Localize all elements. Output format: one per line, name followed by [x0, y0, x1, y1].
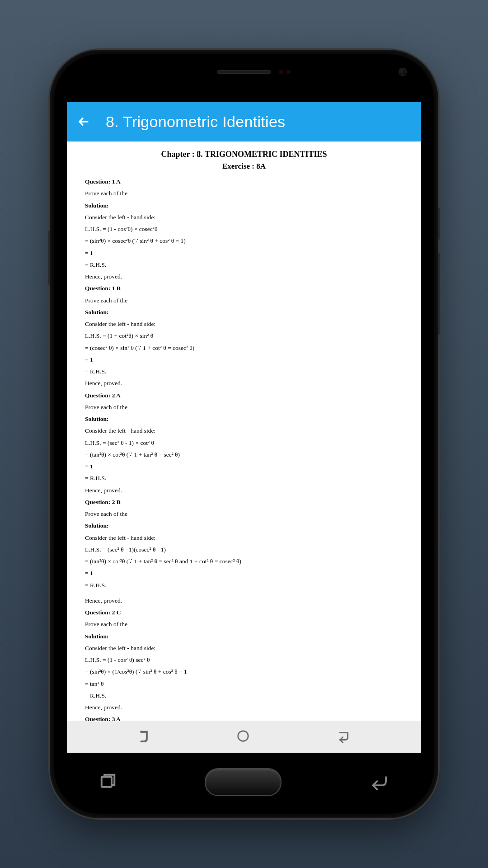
- solution-label: Solution:: [85, 632, 403, 641]
- solution-line: Consider the left - hand side:: [85, 426, 403, 435]
- solution-label: Solution:: [85, 415, 403, 424]
- question-prompt: Prove each of the: [85, 403, 403, 412]
- sensor-dot: [286, 70, 291, 74]
- question-prompt: Prove each of the: [85, 189, 403, 198]
- back-soft-button[interactable]: [336, 729, 351, 745]
- hardware-buttons: [54, 764, 434, 800]
- solution-line: = R.H.S.: [85, 691, 403, 700]
- solution-line: Hence, proved.: [85, 703, 403, 712]
- window-icon: [99, 773, 117, 790]
- hw-back-button[interactable]: [370, 773, 389, 792]
- soft-nav-bar: [67, 721, 421, 753]
- recent-apps-button[interactable]: [137, 729, 150, 745]
- home-button[interactable]: [236, 729, 250, 745]
- question-prompt: Prove each of the: [85, 509, 403, 519]
- hw-home-button[interactable]: [205, 768, 282, 796]
- solution-line: Hence, proved.: [85, 272, 403, 281]
- solution-line: Consider the left - hand side:: [85, 644, 403, 653]
- solution-line: = 1: [85, 462, 403, 471]
- solution-line: = R.H.S.: [85, 367, 403, 376]
- question-label: Question: 2 B: [85, 498, 403, 507]
- phone-inner: 8. Trigonometric Identities Chapter : 8.…: [54, 54, 434, 814]
- front-camera: [399, 68, 407, 76]
- solution-line: Hence, proved.: [85, 379, 403, 388]
- circle-icon: [236, 729, 250, 743]
- solution-line: = (sin²θ) × (1/cos²θ) (∵ sin² θ + cos² θ…: [85, 667, 403, 676]
- recent-icon: [137, 729, 150, 743]
- page-title: 8. Trigonometric Identities: [106, 113, 285, 131]
- solution-line: Hence, proved.: [85, 486, 403, 495]
- question-label: Question: 3 A: [85, 715, 403, 721]
- solution-line: L.H.S. = (1 + cot²θ) × sin² θ: [85, 331, 403, 340]
- side-button: [438, 253, 440, 335]
- phone-speaker: [217, 70, 271, 74]
- question-label: Question: 1 A: [85, 177, 403, 186]
- solution-line: Consider the left - hand side:: [85, 533, 403, 542]
- solution-line: L.H.S. = (1 - cos² θ) sec² θ: [85, 656, 403, 665]
- exercise-title: Exercise : 8A: [85, 162, 403, 171]
- solution-line: = (tan²θ) × cot²θ (∵ 1 + tan² θ = sec² θ…: [85, 450, 403, 459]
- question-prompt: Prove each of the: [85, 296, 403, 305]
- solution-line: = R.H.S.: [85, 581, 403, 590]
- power-button: [438, 208, 440, 240]
- question-label: Question: 2 A: [85, 391, 403, 400]
- back-icon: [336, 729, 351, 743]
- question-label: Question: 1 B: [85, 284, 403, 293]
- solution-line: = (cosec² θ) × sin² θ (∵ 1 + cot² θ = co…: [85, 344, 403, 353]
- solution-label: Solution:: [85, 308, 403, 317]
- solution-line: = 1: [85, 355, 403, 364]
- solution-line: L.H.S. = (sec² θ - 1) × cot² θ: [85, 439, 403, 448]
- document-content[interactable]: Chapter : 8. TRIGONOMETRIC IDENTITIES Ex…: [67, 142, 421, 721]
- question-prompt: Prove each of the: [85, 620, 403, 629]
- solution-line: Hence, proved.: [85, 596, 403, 605]
- solution-line: = (sin²θ) × cosec²θ (∵ sin² θ + cos² θ =…: [85, 236, 403, 245]
- svg-point-1: [238, 731, 249, 741]
- chapter-title: Chapter : 8. TRIGONOMETRIC IDENTITIES: [85, 150, 403, 159]
- volume-button: [48, 231, 50, 285]
- solution-label: Solution:: [85, 201, 403, 210]
- sensor-dot: [279, 70, 283, 74]
- solution-line: L.H.S. = (sec² θ - 1)(cosec² θ - 1): [85, 545, 403, 554]
- solution-line: = 1: [85, 249, 403, 258]
- solution-line: Consider the left - hand side:: [85, 213, 403, 222]
- question-label: Question: 2 C: [85, 608, 403, 617]
- screen: 8. Trigonometric Identities Chapter : 8.…: [67, 102, 421, 753]
- app-header: 8. Trigonometric Identities: [67, 102, 421, 142]
- solution-line: L.H.S. = (1 - cos²θ) × cosec²θ: [85, 225, 403, 234]
- hw-recent-button[interactable]: [99, 773, 117, 792]
- phone-frame: 8. Trigonometric Identities Chapter : 8.…: [50, 50, 438, 818]
- return-icon: [370, 773, 389, 790]
- solution-line: = (tan²θ) × cot²θ (∵ 1 + tan² θ = sec² θ…: [85, 557, 403, 566]
- solution-line: = R.H.S.: [85, 260, 403, 269]
- svg-rect-2: [102, 777, 112, 787]
- solution-line: = tan² θ: [85, 679, 403, 689]
- back-button[interactable]: [76, 113, 92, 130]
- solution-line: = 1: [85, 569, 403, 578]
- solution-line: = R.H.S.: [85, 474, 403, 483]
- solution-line: Consider the left - hand side:: [85, 320, 403, 329]
- solution-label: Solution:: [85, 521, 403, 530]
- arrow-left-icon: [78, 115, 90, 128]
